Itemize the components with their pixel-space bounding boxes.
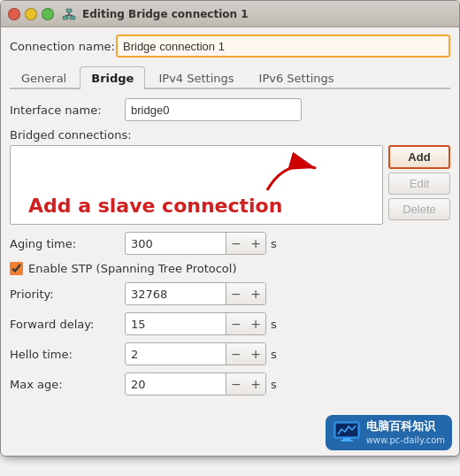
aging-time-row: Aging time: 300 − + s	[10, 232, 450, 255]
priority-value: 32768	[126, 286, 226, 303]
svg-rect-0	[63, 16, 68, 19]
aging-time-value: 300	[126, 235, 226, 252]
delete-button[interactable]: Delete	[388, 198, 450, 220]
tab-ipv6[interactable]: IPv6 Settings	[248, 66, 346, 89]
minimize-button[interactable]	[25, 8, 37, 20]
bridged-connections-label: Bridged connections:	[10, 128, 450, 142]
hello-time-unit: s	[271, 348, 277, 361]
priority-increase[interactable]: +	[246, 282, 265, 305]
interface-name-row: Interface name:	[10, 98, 450, 121]
hello-time-increase[interactable]: +	[246, 342, 265, 365]
max-age-value: 20	[126, 376, 226, 393]
hello-time-btns: − +	[226, 342, 265, 365]
hello-time-label: Hello time:	[10, 348, 125, 361]
svg-line-4	[65, 14, 69, 16]
titlebar: Editing Bridge connection 1	[1, 1, 459, 27]
arrow-icon	[258, 150, 329, 199]
bridged-buttons: Add Edit Delete	[388, 145, 450, 225]
max-age-unit: s	[271, 378, 277, 391]
watermark-line1: 电脑百科知识	[366, 418, 445, 434]
svg-rect-1	[70, 16, 75, 19]
interface-name-input[interactable]	[125, 98, 302, 121]
main-window: Editing Bridge connection 1 Connection n…	[0, 0, 460, 457]
priority-btns: − +	[226, 282, 265, 305]
hello-time-spinbox: 2 − +	[125, 342, 266, 365]
forward-delay-decrease[interactable]: −	[226, 312, 246, 335]
watermark-text: 电脑百科知识 www.pc-daily.com	[366, 418, 445, 447]
forward-delay-value: 15	[126, 316, 226, 333]
forward-delay-btns: − +	[226, 312, 265, 335]
tab-ipv4[interactable]: IPv4 Settings	[147, 66, 245, 89]
max-age-decrease[interactable]: −	[226, 372, 246, 395]
svg-rect-9	[343, 438, 350, 440]
edit-button[interactable]: Edit	[388, 173, 450, 195]
svg-rect-2	[66, 9, 72, 12]
add-button[interactable]: Add	[388, 145, 450, 169]
network-icon	[61, 6, 77, 22]
priority-spinbox: 32768 − +	[125, 282, 266, 305]
aging-time-decrease[interactable]: −	[226, 232, 246, 255]
connection-name-label: Connection name:	[10, 40, 116, 53]
aging-time-btns: − +	[226, 232, 265, 255]
enable-stp-label: Enable STP (Spanning Tree Protocol)	[28, 262, 237, 275]
max-age-label: Max age:	[10, 378, 125, 391]
forward-delay-increase[interactable]: +	[246, 312, 265, 335]
max-age-spinbox: 20 − +	[125, 372, 266, 395]
interface-name-label: Interface name:	[10, 104, 125, 117]
window-controls	[8, 8, 54, 20]
priority-row: Priority: 32768 − +	[10, 282, 450, 305]
priority-decrease[interactable]: −	[226, 282, 246, 305]
close-button[interactable]	[8, 8, 20, 20]
hello-time-row: Hello time: 2 − + s	[10, 342, 450, 365]
tabs: General Bridge IPv4 Settings IPv6 Settin…	[10, 65, 450, 89]
connection-name-input[interactable]	[116, 35, 450, 58]
add-slave-text: Add a slave connection	[28, 195, 282, 217]
tab-bridge[interactable]: Bridge	[80, 66, 145, 89]
maximize-button[interactable]	[42, 8, 54, 20]
watermark-line2: www.pc-daily.com	[366, 434, 445, 447]
svg-line-5	[69, 14, 73, 16]
max-age-row: Max age: 20 − + s	[10, 372, 450, 395]
watermark: 电脑百科知识 www.pc-daily.com	[326, 415, 452, 450]
forward-delay-row: Forward delay: 15 − + s	[10, 312, 450, 335]
svg-rect-10	[341, 440, 353, 441]
bridged-list: Add a slave connection	[10, 145, 383, 225]
forward-delay-unit: s	[271, 318, 277, 331]
aging-time-spinbox: 300 − +	[125, 232, 266, 255]
content-area: Connection name: General Bridge IPv4 Set…	[1, 27, 459, 411]
aging-time-unit: s	[271, 237, 277, 250]
connection-name-row: Connection name:	[10, 35, 450, 58]
hello-time-value: 2	[126, 346, 226, 363]
max-age-btns: − +	[226, 372, 265, 395]
forward-delay-label: Forward delay:	[10, 318, 125, 331]
tab-general[interactable]: General	[10, 66, 78, 89]
window-title: Editing Bridge connection 1	[82, 8, 249, 20]
aging-time-increase[interactable]: +	[246, 232, 265, 255]
bridged-area: Add a slave connection Add Edit Delete	[10, 145, 450, 225]
enable-stp-checkbox[interactable]	[10, 262, 23, 275]
forward-delay-spinbox: 15 − +	[125, 312, 266, 335]
monitor-icon	[333, 420, 361, 445]
max-age-increase[interactable]: +	[246, 372, 265, 395]
aging-time-label: Aging time:	[10, 237, 125, 250]
hello-time-decrease[interactable]: −	[226, 342, 246, 365]
priority-label: Priority:	[10, 288, 125, 301]
enable-stp-row: Enable STP (Spanning Tree Protocol)	[10, 262, 450, 275]
